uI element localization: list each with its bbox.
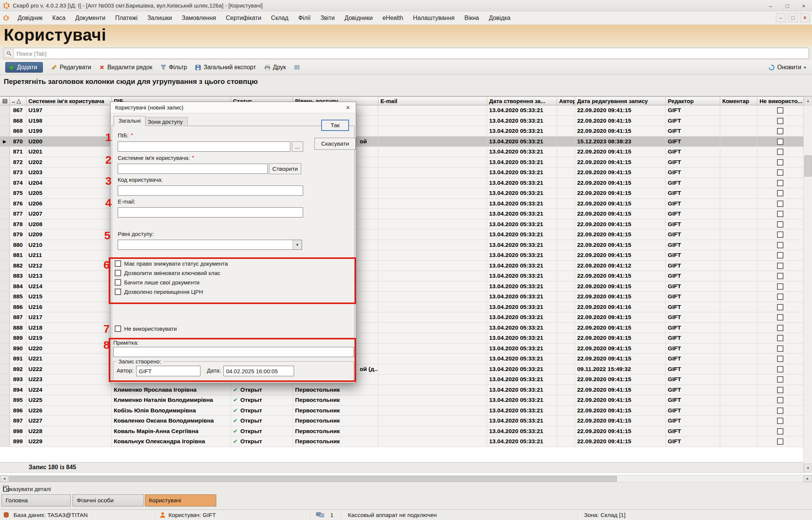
table-row[interactable]: 896U226Кобізь Юлія Володимирівна✔ОткрытП… (0, 405, 803, 416)
menu-item-13[interactable]: Налаштування (408, 15, 460, 21)
unused-checkbox[interactable] (777, 407, 783, 414)
unused-checkbox[interactable] (777, 190, 783, 196)
show-details-toggle[interactable]: Показувати деталі (3, 485, 9, 493)
close-icon[interactable]: × (795, 0, 812, 11)
table-row[interactable]: 898U228Коваль Марія-Анна Сергіївна✔Откры… (0, 426, 803, 436)
table-row[interactable]: 897U227Коваленко Оксана Володимирівна✔От… (0, 416, 803, 426)
unused-checkbox[interactable] (777, 263, 783, 269)
ok-button[interactable]: Так (321, 120, 349, 131)
unused-checkbox[interactable] (777, 283, 783, 290)
menu-item-1[interactable]: Довідник (13, 15, 47, 21)
scroll-left-icon[interactable]: ◄ (0, 475, 9, 482)
user-code-input[interactable] (118, 185, 303, 196)
unused-checkbox[interactable] (777, 304, 783, 310)
column-header-indicator[interactable]: ▤ (0, 97, 9, 105)
chevron-down-icon[interactable]: ▾ (293, 240, 302, 249)
menu-item-3[interactable]: Документи (70, 15, 110, 21)
scroll-down-icon[interactable]: ▼ (804, 464, 812, 473)
column-header-10[interactable]: Дата редагування запису (575, 97, 665, 105)
horizontal-scrollbar[interactable]: ◄ ► (0, 475, 812, 482)
add-button[interactable]: Додати (5, 62, 43, 73)
unused-checkbox[interactable] (777, 418, 783, 424)
vertical-scrollbar[interactable]: ▲ ▼ (803, 96, 812, 473)
table-row[interactable]: 899U229Ковальчук Олександра Ігорівна✔Отк… (0, 436, 803, 447)
column-header-12[interactable]: Коментар (720, 97, 757, 105)
unused-checkbox[interactable] (777, 356, 783, 362)
unused-checkbox[interactable] (777, 231, 783, 238)
unused-checkbox[interactable] (777, 118, 783, 124)
vertical-scrollbar-thumb[interactable] (804, 155, 812, 176)
menu-item-12[interactable]: eHealth (378, 15, 408, 21)
unused-checkbox[interactable] (777, 211, 783, 217)
unused-checkbox[interactable] (777, 345, 783, 352)
tab-general[interactable]: Загальні (114, 116, 146, 126)
menu-item-14[interactable]: Вікна (460, 15, 484, 21)
filter-button[interactable]: Фільтр (161, 64, 187, 71)
unused-checkbox[interactable] (777, 428, 783, 435)
refresh-dropdown-icon[interactable]: ▾ (804, 65, 806, 70)
pib-lookup-button[interactable]: ... (292, 141, 303, 152)
column-header-8[interactable]: Дата створення за... (487, 97, 557, 105)
column-header-9[interactable]: Автор (557, 97, 575, 105)
search-box[interactable] (3, 48, 809, 59)
column-header-11[interactable]: Редактор (665, 97, 720, 105)
unused-checkbox[interactable] (777, 159, 783, 166)
unused-checkbox[interactable] (777, 397, 783, 403)
unused-checkbox[interactable] (777, 242, 783, 248)
table-row[interactable]: 895U225Клименко Наталія Володимирівна✔От… (0, 395, 803, 406)
unused-checkbox[interactable] (777, 376, 783, 383)
column-header-3[interactable]: Системне ім'я користувача (26, 97, 111, 105)
unused-checkbox[interactable] (777, 387, 783, 393)
unused-checkbox[interactable] (777, 107, 783, 114)
scroll-up-icon[interactable]: ▲ (804, 96, 812, 105)
mdi-restore-icon[interactable]: □ (788, 13, 798, 22)
unused-checkbox[interactable] (777, 138, 783, 145)
grouping-zone[interactable]: Перетягніть заголовок колонки сюди для у… (0, 75, 812, 96)
columns-button[interactable] (294, 65, 300, 70)
print-button[interactable]: Друк (264, 64, 286, 71)
unused-toggle[interactable]: Не використовувати (115, 325, 177, 332)
sysname-input[interactable] (118, 164, 268, 174)
unused-checkbox[interactable] (777, 273, 783, 279)
bottom-tab-persons[interactable]: Фізичні особи (73, 494, 144, 506)
unused-checkbox[interactable] (777, 314, 783, 321)
dialog-close-icon[interactable]: × (340, 102, 356, 113)
menu-item-2[interactable]: Каса (47, 15, 70, 21)
menu-item-4[interactable]: Платежі (110, 15, 143, 21)
unused-checkbox[interactable] (777, 366, 783, 373)
maximize-icon[interactable]: □ (779, 0, 795, 11)
menu-item-7[interactable]: Сертифікати (221, 15, 266, 21)
menu-item-15[interactable]: Довідка (484, 15, 516, 21)
dialog-titlebar[interactable]: Користувачі (новий запис) × (111, 102, 356, 113)
menu-item-5[interactable]: Залишки (143, 15, 177, 21)
unused-checkbox[interactable] (777, 335, 783, 341)
unused-checkbox[interactable] (777, 221, 783, 228)
unused-checkbox[interactable] (777, 180, 783, 186)
pib-input[interactable] (118, 141, 290, 152)
unused-checkbox[interactable] (777, 169, 783, 176)
unused-checkbox[interactable] (777, 149, 783, 155)
horizontal-scrollbar-thumb[interactable] (9, 476, 617, 482)
menu-item-10[interactable]: Звіти (316, 15, 340, 21)
minimize-icon[interactable]: – (762, 0, 779, 11)
refresh-button[interactable]: Оновити ▾ (768, 64, 806, 71)
unused-checkbox[interactable] (777, 438, 783, 445)
column-header-2[interactable]: .. △ (9, 97, 26, 105)
access-levels-select[interactable]: ▾ (118, 240, 302, 250)
mdi-close-icon[interactable]: × (800, 13, 810, 22)
bottom-tab-users[interactable]: Користувачі (145, 494, 216, 506)
column-header-7[interactable]: E-mail (378, 97, 487, 105)
bottom-tab-main[interactable]: Головна (2, 494, 71, 506)
delete-row-button[interactable]: Видалити рядок (99, 64, 152, 71)
column-header-13[interactable]: Не використо... (757, 97, 803, 105)
create-button[interactable]: Створити (269, 163, 301, 174)
mdi-minimize-icon[interactable]: – (776, 13, 786, 22)
unused-checkbox[interactable] (777, 128, 783, 134)
unused-checkbox[interactable] (777, 325, 783, 331)
unused-checkbox[interactable] (115, 325, 121, 332)
scroll-right-icon[interactable]: ► (803, 475, 812, 482)
export-button[interactable]: Загальний експорт (195, 64, 256, 71)
menu-item-9[interactable]: Філії (293, 15, 316, 21)
search-input[interactable] (14, 49, 809, 58)
cancel-button[interactable]: Скасувати (314, 138, 356, 150)
